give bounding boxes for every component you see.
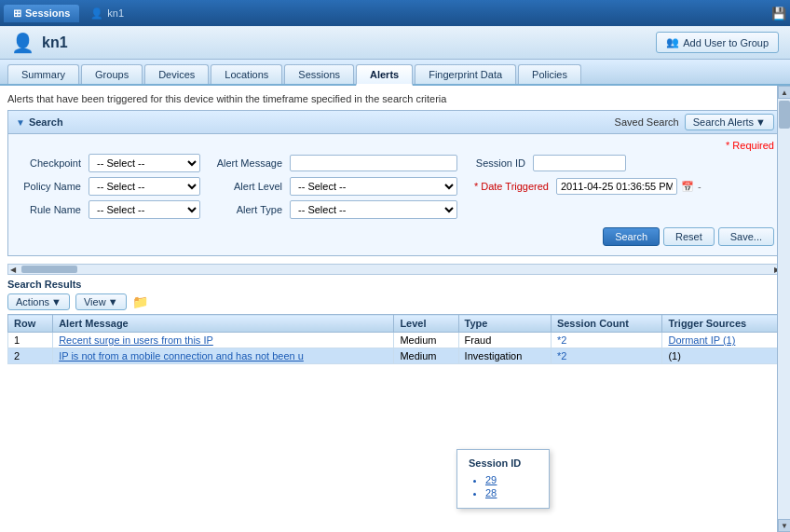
save-icon: 💾 [771, 7, 786, 20]
search-row-3: Rule Name -- Select -- Alert Type -- Sel… [16, 200, 774, 219]
col-alert-message: Alert Message [53, 315, 394, 333]
results-table: Row Alert Message Level Type Session Cou… [7, 314, 783, 364]
col-type: Type [458, 315, 551, 333]
search-title: Search [29, 116, 63, 128]
right-scrollbar[interactable]: ▲ ▼ [777, 86, 790, 532]
checkpoint-label: Checkpoint [16, 157, 81, 169]
tab-fingerprint[interactable]: Fingerprint Data [415, 64, 516, 84]
main-content: Alerts that have been triggered for this… [0, 86, 790, 532]
actions-chevron-icon: ▼ [51, 296, 61, 307]
tab-summary[interactable]: Summary [7, 64, 79, 84]
tab-policies[interactable]: Policies [518, 64, 581, 84]
level-2: Medium [394, 348, 458, 364]
session-id-input[interactable] [533, 155, 626, 171]
search-row-2: Policy Name -- Select -- Alert Level -- … [16, 177, 774, 196]
alert-level-select[interactable]: -- Select -- [290, 177, 457, 196]
sessions-tab[interactable]: ⊞ Sessions [4, 5, 79, 22]
session-count-1[interactable]: *2 [551, 333, 662, 348]
results-toolbar: Actions ▼ View ▼ 📁 [7, 293, 783, 310]
rule-name-label: Rule Name [16, 204, 81, 215]
policy-name-select-wrapper: -- Select -- [89, 177, 200, 196]
type-2: Investigation [458, 348, 551, 364]
grid-icon: ⊞ [13, 7, 21, 20]
tooltip-item-1[interactable]: 29 [485, 474, 538, 485]
view-button[interactable]: View ▼ [75, 293, 127, 310]
trigger-sources-1[interactable]: Dormant IP (1) [662, 333, 783, 348]
trigger-sources-2: (1) [662, 348, 783, 364]
search-alerts-button[interactable]: Search Alerts ▼ [685, 114, 774, 130]
calendar-icon[interactable]: 📅 [681, 181, 694, 193]
reset-button[interactable]: Reset [663, 227, 715, 246]
actions-button[interactable]: Actions ▼ [7, 293, 70, 310]
rule-name-select[interactable]: -- Select -- [89, 200, 200, 219]
session-id-link-1[interactable]: 29 [485, 474, 497, 485]
tab-devices[interactable]: Devices [144, 64, 209, 84]
tab-locations[interactable]: Locations [211, 64, 282, 84]
alert-message-2[interactable]: IP is not from a mobile connection and h… [53, 348, 394, 364]
scroll-left-icon[interactable]: ◀ [8, 266, 18, 274]
page-title: kn1 [42, 34, 68, 51]
alert-link-2[interactable]: IP is not from a mobile connection and h… [59, 350, 304, 361]
actions-label: Actions [16, 296, 49, 307]
tab-sessions[interactable]: Sessions [284, 64, 354, 84]
alert-message-input[interactable] [290, 155, 457, 171]
view-label: View [84, 296, 106, 307]
info-text: Alerts that have been triggered for this… [7, 93, 783, 104]
folder-icon[interactable]: 📁 [132, 294, 148, 309]
kn1-tab-label: kn1 [107, 7, 124, 19]
user-icon-tab: 👤 [90, 7, 103, 20]
saved-search-label: Saved Search [615, 116, 679, 128]
search-header: ▼ Search Saved Search Search Alerts ▼ [8, 111, 782, 134]
date-dash: - [698, 181, 701, 192]
alert-link-1[interactable]: Recent surge in users from this IP [59, 334, 213, 346]
scroll-up-button[interactable]: ▲ [778, 86, 790, 99]
col-row: Row [8, 315, 53, 333]
horizontal-scrollbar[interactable]: ◀ ▶ [7, 264, 783, 275]
tab-groups[interactable]: Groups [81, 64, 143, 84]
title-bar-right: 💾 [771, 7, 786, 20]
col-level: Level [394, 315, 458, 333]
user-avatar-icon: 👤 [11, 32, 34, 54]
policy-name-select[interactable]: -- Select -- [89, 177, 200, 196]
search-header-right: Saved Search Search Alerts ▼ [615, 114, 774, 130]
save-button[interactable]: Save... [718, 227, 774, 246]
page-header: 👤 kn1 👥 Add User to Group [0, 26, 790, 60]
checkpoint-select-wrapper: -- Select -- [89, 154, 200, 172]
scrollbar-thumb-vertical[interactable] [779, 101, 790, 129]
search-button[interactable]: Search [603, 227, 660, 246]
tab-alerts[interactable]: Alerts [356, 64, 413, 86]
add-user-label: Add User to Group [683, 37, 769, 48]
required-note: * Required [16, 140, 774, 151]
dropdown-icon: ▼ [756, 116, 766, 128]
row-number-2: 2 [8, 348, 53, 364]
level-1: Medium [394, 333, 458, 348]
scroll-down-button[interactable]: ▼ [778, 519, 790, 532]
session-count-2[interactable]: *2 [551, 348, 662, 364]
alert-message-label: Alert Message [208, 157, 282, 169]
session-count-link-2[interactable]: *2 [557, 350, 566, 361]
add-user-button[interactable]: 👥 Add User to Group [656, 32, 779, 53]
alert-message-1[interactable]: Recent surge in users from this IP [53, 333, 394, 348]
row-number-1: 1 [8, 333, 53, 348]
kn1-tab[interactable]: 👤 kn1 [81, 5, 133, 22]
alert-type-select[interactable]: -- Select -- [290, 200, 457, 219]
search-toggle-icon[interactable]: ▼ [16, 117, 25, 128]
trigger-link-1[interactable]: Dormant IP (1) [668, 334, 735, 346]
view-chevron-icon: ▼ [108, 296, 118, 307]
session-count-link-1[interactable]: *2 [557, 334, 566, 346]
scrollbar-track [778, 99, 790, 519]
date-triggered-label: * Date Triggered [465, 181, 549, 192]
tooltip-title: Session ID [469, 457, 538, 469]
results-header: Search Results [7, 279, 783, 290]
tooltip-item-2[interactable]: 28 [485, 487, 538, 498]
search-body: * Required Checkpoint -- Select -- Alert… [8, 134, 782, 255]
date-triggered-wrapper: 📅 - [556, 178, 701, 195]
session-id-link-2[interactable]: 28 [485, 487, 497, 498]
nav-tabs: Summary Groups Devices Locations Session… [0, 60, 790, 86]
search-panel: ▼ Search Saved Search Search Alerts ▼ * … [7, 110, 783, 256]
checkpoint-select[interactable]: -- Select -- [89, 154, 200, 172]
alert-type-label: Alert Type [208, 204, 282, 215]
date-triggered-input[interactable] [556, 178, 677, 195]
scroll-thumb[interactable] [21, 266, 77, 273]
search-row-1: Checkpoint -- Select -- Alert Message Se… [16, 154, 774, 172]
